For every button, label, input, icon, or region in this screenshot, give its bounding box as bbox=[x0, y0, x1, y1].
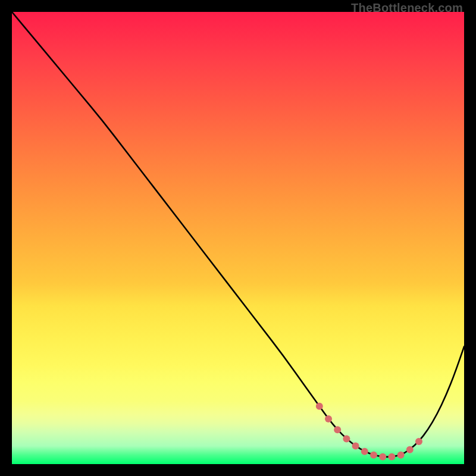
highlight-dot bbox=[415, 438, 422, 445]
highlight-dot bbox=[388, 453, 395, 461]
plot-area bbox=[12, 12, 464, 464]
watermark-text: TheBottleneck.com bbox=[351, 1, 463, 15]
highlight-dot bbox=[343, 435, 350, 442]
mask-right bbox=[464, 0, 476, 476]
highlight-dot bbox=[361, 448, 368, 455]
curve-svg bbox=[12, 12, 464, 464]
highlight-dot bbox=[316, 403, 323, 410]
highlight-dot bbox=[379, 453, 386, 461]
chart-stage: TheBottleneck.com bbox=[0, 0, 476, 476]
highlight-dot bbox=[334, 426, 341, 433]
mask-left bbox=[0, 0, 12, 476]
bottleneck-curve bbox=[12, 12, 464, 457]
highlight-dot bbox=[370, 452, 377, 459]
highlight-dot bbox=[406, 446, 414, 453]
highlight-dot bbox=[352, 443, 359, 450]
mask-bottom bbox=[0, 464, 476, 476]
highlight-dot bbox=[325, 415, 332, 422]
highlight-dot bbox=[397, 452, 405, 459]
